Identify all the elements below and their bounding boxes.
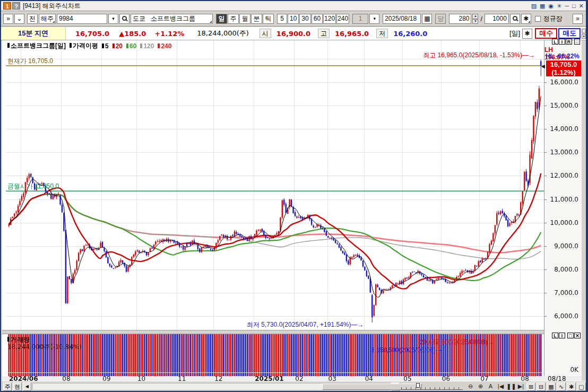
volume-maximize-icon[interactable]: □ xyxy=(567,333,574,338)
period-button-틱[interactable]: 틱 xyxy=(263,14,274,24)
zoom-out-icon[interactable]: ⊖ xyxy=(466,382,475,391)
calendar-icon: ▦ xyxy=(424,15,430,22)
minute-button-120[interactable]: 120 xyxy=(323,14,336,24)
overseas-stock-button[interactable]: 해주 xyxy=(39,14,56,24)
y-axis-tickmark xyxy=(544,246,547,247)
minute-button-240[interactable]: 240 xyxy=(336,14,349,24)
link-window-icon[interactable]: ▨ xyxy=(531,3,537,9)
y-axis-tick-12000: 12,000.0 xyxy=(550,172,578,179)
y-axis-tickmark xyxy=(544,82,547,83)
zoom-in-icon[interactable]: ⊕ xyxy=(476,382,485,391)
minute-button-60[interactable]: 60 xyxy=(312,14,323,24)
cascade-window-icon[interactable]: ▦ xyxy=(540,3,545,9)
maximize-button[interactable]: □ xyxy=(572,3,576,9)
expand-panel-button[interactable]: » xyxy=(3,14,13,24)
period-button-분[interactable]: 분 xyxy=(251,14,262,24)
symbol-search-button[interactable] xyxy=(119,14,129,24)
price-chart-canvas[interactable] xyxy=(6,40,544,330)
candle-width-dropdown[interactable]: ▾ xyxy=(369,14,379,24)
symbol-input[interactable]: 9984 xyxy=(57,14,107,24)
magnifier-plus-icon xyxy=(513,16,517,21)
chart-settings-button[interactable]: ✱ xyxy=(521,14,531,24)
ma-legend-value: 120 xyxy=(143,42,154,50)
auto-scale-icon[interactable]: A xyxy=(486,382,495,391)
export-icon[interactable]: ⊞ xyxy=(526,382,535,391)
buy-button[interactable]: 매수 xyxy=(535,28,557,39)
minimize-button[interactable]: ─ xyxy=(565,3,569,9)
panel-settings-button[interactable]: ✱ xyxy=(522,29,532,39)
overseas-stock-chart-window: 1 ? [9413] 해외주식차트 ▨▦◉✳─□✕ » ⌄ 전 해주 9984 … xyxy=(0,0,588,392)
date-input[interactable]: 2025/08/18 xyxy=(383,14,421,24)
axis-tab-I[interactable]: I xyxy=(559,39,565,45)
bar-count-input[interactable]: 280 xyxy=(449,14,471,24)
y-axis-tick-8000: 8,000.0 xyxy=(554,266,578,273)
stock-name-field[interactable]: 도쿄 소프트뱅크그룹 xyxy=(131,14,213,24)
bar-count-stepper[interactable]: ▲▼ xyxy=(472,14,478,24)
close-button[interactable]: ✕ xyxy=(579,3,584,9)
collapse-panel-button[interactable]: ⌄ xyxy=(14,14,24,24)
ma-legend-value: 60 xyxy=(129,42,136,50)
volume-axis-tab-I[interactable]: I xyxy=(559,333,565,338)
regular-session-checkbox[interactable] xyxy=(535,16,541,22)
period-button-일[interactable]: 일 xyxy=(216,14,227,24)
symbol-dropdown-button[interactable]: ▾ xyxy=(108,14,118,24)
calendar-button[interactable]: ▦ xyxy=(422,14,432,24)
volume-pane-icons: □✕ xyxy=(567,333,581,338)
pane-splitter[interactable] xyxy=(2,330,544,334)
axis-tab-R[interactable]: R xyxy=(566,39,572,45)
ma-legend-item-60: 60 xyxy=(126,42,136,50)
fullscreen-icon[interactable]: ▢ xyxy=(577,382,586,391)
quote-info-bar: 15분 지연 16,705.0 ▲185.0 +1.12% 18,244,000… xyxy=(1,27,587,40)
price-legend: 소프트뱅크그룹[일] 가격이평 52060120240 xyxy=(7,41,171,50)
minute-button-30[interactable]: 30 xyxy=(299,14,310,24)
candle-width-select[interactable]: 1 xyxy=(352,14,368,24)
step-last-icon[interactable]: ▶| xyxy=(516,382,525,391)
mini-chart-icon[interactable]: ∿ xyxy=(557,382,566,391)
zoom-search-button[interactable] xyxy=(510,14,520,24)
y-axis-tick-11000: 11,000.0 xyxy=(550,196,578,203)
axis-tab-L[interactable]: L xyxy=(552,39,558,45)
zoom-slider[interactable] xyxy=(401,383,463,390)
week-toggle-button[interactable]: 주 xyxy=(3,382,12,391)
interval-tag: [일] xyxy=(509,29,520,38)
current-price-arrow-icon: ◀ xyxy=(541,64,545,69)
dang-button[interactable]: 당 xyxy=(435,14,446,24)
stepper-down-icon[interactable]: ▼ xyxy=(472,19,478,24)
toolbar-more-button[interactable]: » xyxy=(573,14,583,24)
volume-close-icon[interactable]: ✕ xyxy=(574,333,581,338)
regular-session-label: 정규장 xyxy=(543,14,563,23)
y-axis-tick-7000: 7,000.0 xyxy=(554,289,578,297)
pin-icon[interactable]: ✳ xyxy=(557,3,561,9)
zoom-slider-thumb[interactable] xyxy=(416,383,420,388)
chart-settings-icon[interactable]: ✱ xyxy=(567,382,576,391)
pane-maximize-icon[interactable]: □ xyxy=(574,39,580,45)
period-button-월[interactable]: 월 xyxy=(239,14,250,24)
close-mini-icon[interactable]: ✕ xyxy=(582,34,586,39)
high-price: 16,965.0 xyxy=(335,30,369,38)
title-bar: 1 ? [9413] 해외주식차트 ▨▦◉✳─□✕ xyxy=(1,1,586,11)
search-icon xyxy=(122,16,127,21)
total-count-input[interactable]: 1000 xyxy=(485,14,509,24)
pause-icon[interactable]: ❚❚ xyxy=(506,382,515,391)
table-icon[interactable]: ▦ xyxy=(547,382,556,391)
step-first-icon[interactable]: |◀ xyxy=(496,382,505,391)
y-axis-tick-14000: 14,000.0 xyxy=(550,125,578,133)
high-label: 고 xyxy=(318,29,330,38)
all-markets-button[interactable]: 전 xyxy=(27,14,38,24)
ma-legend-item-20: 20 xyxy=(113,42,123,50)
stepper-up-icon[interactable]: ▲ xyxy=(472,14,478,19)
save-icon[interactable]: ⊟ xyxy=(537,382,546,391)
ma-color-marker-icon xyxy=(158,43,160,48)
current-toggle-button[interactable]: 현 xyxy=(13,382,21,391)
period-button-주[interactable]: 주 xyxy=(228,14,239,24)
help-icon[interactable]: ? xyxy=(12,2,20,10)
popup-mini-icon[interactable]: □ xyxy=(582,29,586,33)
volume-axis-tab-L[interactable]: L xyxy=(552,333,558,338)
chart-scrollbar[interactable] xyxy=(32,383,390,390)
minute-button-5[interactable]: 5 xyxy=(277,14,287,24)
ma-legend-item-240: 240 xyxy=(158,42,171,50)
capture-icon[interactable]: ◉ xyxy=(549,3,554,9)
sell-button[interactable]: 매도 xyxy=(558,28,581,39)
scroll-left-button[interactable]: ◀ xyxy=(23,382,31,391)
minute-button-10[interactable]: 10 xyxy=(288,14,299,24)
